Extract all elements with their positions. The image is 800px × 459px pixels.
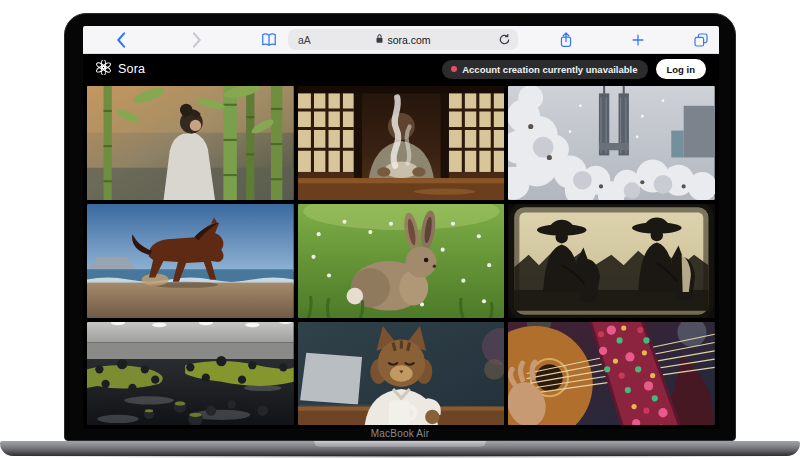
new-tab-icon[interactable] — [631, 33, 645, 47]
video-tile-tea-man[interactable] — [298, 86, 505, 200]
video-tile-guitar-strap[interactable] — [508, 322, 715, 425]
video-tile-cowboys[interactable] — [508, 204, 715, 318]
status-dot-icon — [451, 66, 457, 72]
tea-man-art — [298, 86, 505, 200]
guitar-strap-art — [508, 322, 715, 425]
brand-name: Sora — [118, 62, 145, 76]
video-grid — [83, 84, 719, 429]
device-model-label: MacBook Air — [65, 428, 735, 439]
sora-brand[interactable]: Sora — [96, 60, 145, 79]
address-bar[interactable]: aA sora.com — [288, 29, 518, 50]
video-tile-horse-beach[interactable] — [87, 204, 294, 318]
horse-beach-art — [87, 204, 294, 318]
screen-content: aA sora.com — [83, 26, 719, 429]
tabs-icon[interactable] — [694, 32, 709, 47]
cat-desk-art — [298, 322, 505, 425]
bookmarks-icon[interactable] — [261, 32, 278, 47]
moss-gallery-art — [87, 322, 294, 425]
site-header: Sora Account creation currently unavaila… — [83, 54, 719, 84]
video-tile-snowy-towers[interactable] — [508, 86, 715, 200]
openai-logo-icon — [96, 60, 111, 79]
laptop-shadow — [30, 455, 770, 458]
forward-icon[interactable] — [193, 32, 202, 48]
back-icon[interactable] — [117, 32, 126, 48]
video-tile-cat-desk[interactable] — [298, 322, 505, 425]
share-icon[interactable] — [559, 31, 573, 48]
address-text: sora.com — [387, 34, 430, 46]
lock-icon — [375, 33, 384, 46]
video-tile-rabbit[interactable] — [298, 204, 505, 318]
laptop-screen-bezel: aA sora.com — [64, 13, 736, 441]
rabbit-art — [298, 204, 505, 318]
video-tile-moss-gallery[interactable] — [87, 322, 294, 425]
status-text: Account creation currently unavailable — [462, 64, 637, 75]
cowboys-art — [508, 204, 715, 318]
status-badge: Account creation currently unavailable — [442, 60, 647, 79]
header-actions: Account creation currently unavailable L… — [442, 59, 706, 79]
laptop-lid-notch — [314, 441, 486, 447]
browser-toolbar: aA sora.com — [83, 26, 719, 54]
bamboo-woman-art — [87, 86, 294, 200]
video-tile-bamboo-woman[interactable] — [87, 86, 294, 200]
login-button[interactable]: Log in — [656, 59, 707, 79]
snowy-towers-art — [508, 86, 715, 200]
reload-icon[interactable] — [498, 33, 511, 46]
reader-mode-button[interactable]: aA — [298, 34, 311, 46]
macbook-mockup: aA sora.com — [0, 0, 800, 459]
laptop-base — [0, 441, 800, 456]
